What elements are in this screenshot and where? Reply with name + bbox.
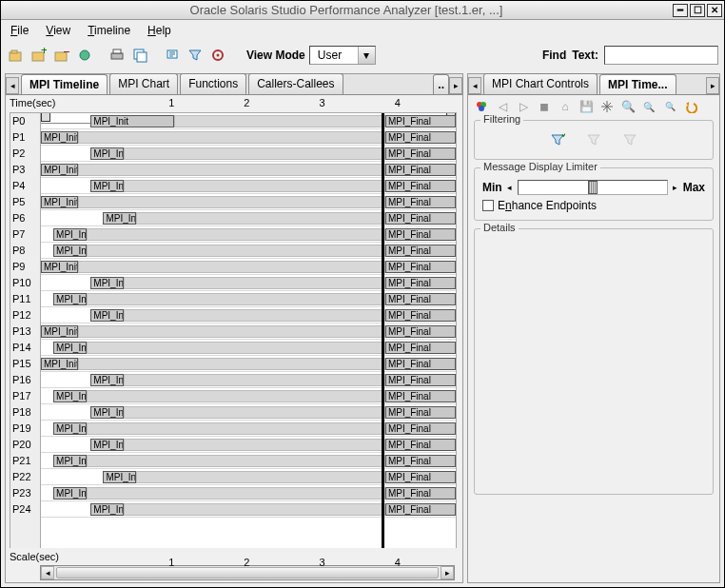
compute-span[interactable] — [124, 439, 385, 451]
undo-icon[interactable] — [683, 99, 698, 114]
filter-clear-icon[interactable] — [586, 132, 601, 147]
compute-span[interactable] — [87, 455, 385, 467]
mpi-init-box[interactable]: MPI_Init — [41, 358, 78, 370]
mdl-slider[interactable] — [518, 180, 668, 195]
mpi-init-box[interactable]: MPI_Init — [90, 309, 124, 322]
compute-span[interactable] — [136, 471, 385, 483]
chevron-down-icon[interactable]: ▾ — [358, 47, 375, 64]
compute-span[interactable] — [174, 115, 385, 127]
tab-overflow[interactable]: .. — [433, 74, 449, 94]
compute-span[interactable] — [78, 325, 385, 338]
new-window-icon[interactable] — [130, 46, 149, 65]
mpi-init-box[interactable]: MPI_Init — [90, 439, 124, 451]
mpi-init-box[interactable]: MPI_Init — [90, 180, 124, 192]
tab-mpi-timeline[interactable]: MPI Timeline — [21, 74, 108, 94]
print-icon[interactable] — [108, 46, 127, 65]
mpi-finalize-box[interactable]: MPI_Final — [385, 131, 456, 144]
compute-span[interactable] — [78, 196, 385, 208]
open-experiment-icon[interactable] — [7, 46, 26, 65]
find-input[interactable] — [604, 46, 718, 65]
scroll-right-button[interactable]: ▸ — [441, 566, 454, 579]
compute-span[interactable] — [87, 487, 385, 500]
enhance-endpoints-checkbox[interactable]: Enhance Endpoints — [482, 199, 705, 212]
scroll-thumb[interactable] — [56, 567, 439, 578]
tab-scroll-right[interactable]: ▸ — [449, 77, 462, 94]
mpi-init-box[interactable]: MPI_Init — [41, 325, 78, 338]
compute-span[interactable] — [87, 293, 385, 305]
tab-mpi-chart-controls[interactable]: MPI Chart Controls — [483, 73, 598, 94]
mpi-finalize-box[interactable]: MPI_Final — [385, 180, 456, 192]
step-forward-icon[interactable]: ▷ — [516, 99, 531, 114]
compute-span[interactable] — [78, 261, 385, 273]
compute-span[interactable] — [78, 131, 385, 144]
tab-mpi-time-[interactable]: MPI Time... — [599, 74, 676, 94]
save-icon[interactable]: 💾 — [578, 99, 594, 114]
menu-help[interactable]: Help — [147, 24, 171, 37]
collect-icon[interactable] — [75, 46, 94, 65]
mpi-init-box[interactable]: MPI_Init — [41, 261, 78, 273]
mpi-init-box[interactable]: MPI_Init — [90, 374, 124, 386]
mpi-init-box[interactable]: MPI_Init — [53, 342, 87, 354]
color-icon[interactable] — [474, 99, 489, 114]
mpi-finalize-box[interactable]: MPI_Final — [385, 325, 456, 338]
stop-icon[interactable]: ◼ — [537, 99, 552, 114]
mpi-finalize-box[interactable]: MPI_Final — [385, 455, 456, 467]
mpi-init-box[interactable]: MPI_Init — [41, 196, 78, 208]
compute-span[interactable] — [87, 228, 385, 241]
mpi-init-box[interactable]: MPI_Init — [53, 422, 87, 435]
mpi-finalize-box[interactable]: MPI_Final — [385, 471, 456, 483]
pan-icon[interactable] — [599, 99, 615, 114]
compute-span[interactable] — [124, 406, 385, 419]
scroll-left-button[interactable]: ◂ — [41, 566, 54, 579]
slider-min-arrow[interactable]: ◂ — [505, 183, 515, 192]
mpi-finalize-box[interactable]: MPI_Final — [385, 503, 456, 516]
tab-mpi-chart[interactable]: MPI Chart — [109, 73, 178, 94]
compute-span[interactable] — [87, 342, 385, 354]
filter-icon[interactable] — [186, 46, 205, 65]
mpi-init-box[interactable]: MPI_Init — [90, 406, 124, 419]
mpi-init-box[interactable]: MPI_Init — [103, 212, 136, 225]
mpi-finalize-box[interactable]: MPI_Final — [385, 147, 456, 160]
view-mode-select[interactable]: User ▾ — [309, 46, 376, 65]
add-experiment-icon[interactable]: + — [29, 46, 49, 65]
slider-max-arrow[interactable]: ▸ — [671, 183, 680, 192]
configure-filter-icon[interactable] — [163, 46, 182, 65]
compute-span[interactable] — [124, 374, 385, 386]
mpi-init-box[interactable]: MPI_Init — [53, 245, 87, 257]
checkbox-icon[interactable] — [482, 200, 494, 211]
tab-scroll-right[interactable]: ▸ — [706, 77, 719, 94]
mpi-finalize-box[interactable]: MPI_Final — [385, 115, 456, 127]
mpi-finalize-box[interactable]: MPI_Final — [385, 358, 456, 370]
mpi-init-box[interactable]: MPI_Init — [41, 164, 78, 176]
mpi-init-box[interactable]: MPI_Init — [53, 455, 87, 467]
mpi-init-box[interactable]: MPI_Init — [90, 277, 124, 289]
compute-span[interactable] — [87, 422, 385, 435]
zoom-fit-icon[interactable]: 🔍 — [662, 99, 677, 114]
compute-span[interactable] — [136, 212, 385, 225]
horizontal-scrollbar[interactable]: ◂ ▸ — [40, 565, 455, 580]
menu-timeline[interactable]: Timeline — [88, 24, 130, 37]
compute-span[interactable] — [124, 503, 385, 516]
mpi-init-box[interactable]: MPI_Init — [41, 131, 78, 144]
tab-callers-callees[interactable]: Callers-Callees — [248, 73, 343, 94]
mpi-init-box[interactable]: MPI_Init — [53, 487, 87, 500]
mpi-finalize-box[interactable]: MPI_Final — [385, 293, 456, 305]
mpi-init-box[interactable]: MPI_Init — [53, 293, 87, 305]
slider-thumb[interactable] — [588, 181, 598, 194]
mpi-finalize-box[interactable]: MPI_Final — [385, 277, 456, 289]
compute-span[interactable] — [124, 277, 385, 289]
mpi-finalize-box[interactable]: MPI_Final — [385, 406, 456, 419]
menu-view[interactable]: View — [46, 24, 70, 37]
tab-scroll-left[interactable]: ◂ — [6, 77, 19, 94]
compute-span[interactable] — [124, 180, 385, 192]
mpi-init-box[interactable]: MPI_Init — [90, 115, 173, 127]
filter-add-icon[interactable]: ✓ — [550, 132, 565, 147]
mpi-finalize-box[interactable]: MPI_Final — [385, 309, 456, 322]
compute-span[interactable] — [124, 309, 385, 322]
tab-scroll-left[interactable]: ◂ — [468, 77, 481, 94]
compute-span[interactable] — [87, 390, 385, 402]
mpi-finalize-box[interactable]: MPI_Final — [385, 439, 456, 451]
compute-span[interactable] — [124, 147, 385, 160]
menu-file[interactable]: File — [10, 24, 29, 37]
compute-span[interactable] — [78, 358, 385, 370]
